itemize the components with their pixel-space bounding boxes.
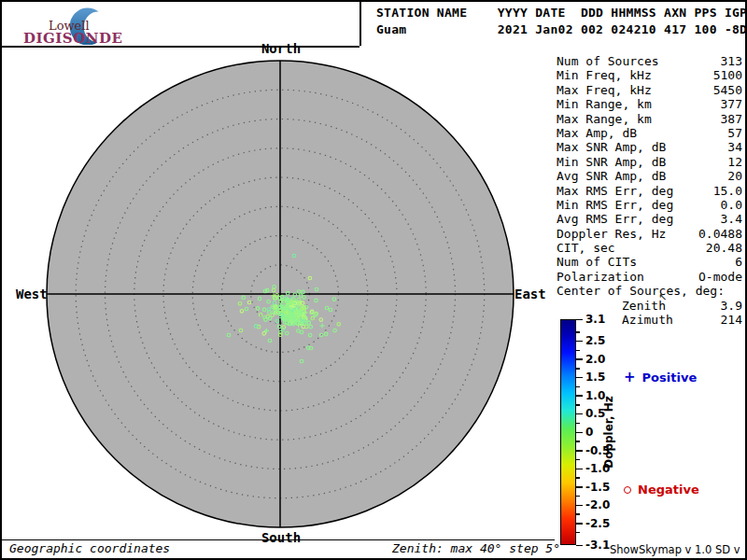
stat-label: Max RMS Err, deg xyxy=(557,184,673,198)
stat-row: Zenith3.9 xyxy=(557,299,742,313)
stat-value: 3.9 xyxy=(721,299,742,313)
legend-positive-label: Positive xyxy=(642,371,698,385)
stat-row: Max RMS Err, deg15.0 xyxy=(557,184,742,198)
stat-label: Center of Sources, deg: xyxy=(557,284,725,298)
stat-row: CIT, sec20.48 xyxy=(557,241,742,255)
showskymap-window: Lowell DIGISONDE STATION NAME YYYY DATE … xyxy=(0,0,747,560)
colorbar-minor-tick xyxy=(576,459,580,461)
measurement-stats-panel: Num of Sources313Min Freq, kHz5100Max Fr… xyxy=(557,54,742,327)
stat-value: 0.0488 xyxy=(698,227,742,241)
colorbar-minor-tick xyxy=(576,350,580,352)
mouse-cursor: ↖ xyxy=(658,291,667,303)
stat-row: Max SNR Amp, dB34 xyxy=(557,140,742,154)
colorbar-major-tick xyxy=(576,377,583,379)
stat-label: Min Range, km xyxy=(557,97,652,111)
stat-value: O-mode xyxy=(698,270,742,284)
stat-row: Num of Sources313 xyxy=(557,54,742,68)
stat-row: PolarizationO-mode xyxy=(557,270,742,284)
stat-row: Avg SNR Amp, dB20 xyxy=(557,169,742,183)
colorbar-major-tick xyxy=(576,432,583,434)
colorbar-tick-label: 1.5 xyxy=(585,371,605,383)
stat-value: 20.48 xyxy=(706,241,742,255)
colorbar-minor-tick xyxy=(576,386,580,388)
stat-label: Max Range, km xyxy=(557,112,652,126)
stat-label: Max Amp, dB xyxy=(557,126,637,140)
coordinates-caption: Geographic coordinates xyxy=(9,541,170,555)
colorbar-major-tick xyxy=(576,395,583,397)
stat-label: Max SNR Amp, dB xyxy=(557,140,666,154)
stat-label: Polarization xyxy=(557,270,644,284)
colorbar-major-tick xyxy=(576,450,583,452)
colorbar-minor-tick xyxy=(576,477,580,479)
stat-row: Num of CITs6 xyxy=(557,255,742,269)
colorbar-major-tick xyxy=(576,523,583,525)
legend-positive: + Positive xyxy=(624,371,697,385)
colorbar-major-tick xyxy=(576,545,583,547)
stat-label: Avg RMS Err, deg xyxy=(557,212,673,226)
colorbar-minor-tick xyxy=(576,532,580,534)
stat-row: Min Freq, kHz5100 xyxy=(557,68,742,82)
stat-row: Center of Sources, deg: xyxy=(557,284,742,298)
colorbar-tick-label: -1.5 xyxy=(585,482,610,493)
stat-label: CIT, sec xyxy=(557,241,615,255)
stat-value: 3.4 xyxy=(721,212,742,226)
stat-row: Doppler Res, Hz0.0488 xyxy=(557,227,742,241)
compass-label-south: South xyxy=(260,530,303,545)
colorbar-major-tick xyxy=(576,413,583,415)
stat-row: Max Range, km387 xyxy=(557,112,742,126)
colorbar-major-tick xyxy=(576,341,583,343)
colorbar-tick-label: -2.5 xyxy=(585,518,610,529)
colorbar-tick-label: -2.0 xyxy=(585,499,610,511)
legend-negative: Negative xyxy=(624,483,699,497)
station-header: STATION NAME YYYY DATE DDD HHMMSS AXN PP… xyxy=(376,5,747,38)
stat-label: Num of Sources xyxy=(557,54,659,68)
stat-value: 387 xyxy=(721,112,742,126)
colorbar-tick-label: 0 xyxy=(585,427,593,438)
stat-row: Max Amp, dB57 xyxy=(557,126,742,140)
stat-label: Min RMS Err, deg xyxy=(557,198,673,212)
stat-value: 313 xyxy=(721,54,742,68)
circle-marker-icon xyxy=(624,486,631,494)
stat-label: Max Freq, kHz xyxy=(557,83,652,97)
legend-negative-label: Negative xyxy=(638,483,699,497)
stat-value: 12 xyxy=(727,155,742,169)
colorbar-tick-label: -3.1 xyxy=(585,539,610,551)
colorbar-minor-tick xyxy=(576,441,580,442)
stat-value: 377 xyxy=(721,97,742,111)
stat-label: Doppler Res, Hz xyxy=(557,227,666,241)
colorbar-tick-label: 2.5 xyxy=(585,335,605,346)
colorbar-minor-tick xyxy=(576,331,580,333)
stat-value: 15.0 xyxy=(713,184,742,198)
stat-row: Min SNR Amp, dB12 xyxy=(557,155,742,169)
header-columns: STATION NAME YYYY DATE DDD HHMMSS AXN PP… xyxy=(376,6,747,20)
colorbar-major-tick xyxy=(576,486,583,488)
stat-row: Min Range, km377 xyxy=(557,97,742,111)
stat-row: Avg RMS Err, deg3.4 xyxy=(557,212,742,226)
stat-label: Zenith xyxy=(557,299,666,313)
compass-label-west: West xyxy=(16,287,48,301)
colorbar-minor-tick xyxy=(576,496,580,497)
stat-value: 20 xyxy=(727,169,742,183)
colorbar-major-tick xyxy=(576,358,583,360)
version-credit: ShowSkymap v 1.0 SD v 5.1 xyxy=(610,543,745,560)
colorbar-minor-tick xyxy=(576,423,580,425)
header-divider xyxy=(359,2,361,46)
stat-row: Azimuth214 xyxy=(557,313,742,327)
stat-row: Min RMS Err, deg0.0 xyxy=(557,198,742,212)
compass-label-north: North xyxy=(260,41,303,56)
map-panel-bottom-border xyxy=(2,539,555,540)
compass-label-east: East xyxy=(514,287,546,301)
stat-label: Min SNR Amp, dB xyxy=(557,155,666,169)
colorbar-minor-tick xyxy=(576,368,580,370)
zenith-scale-caption: Zenith: max 40° step 5° xyxy=(392,541,560,555)
stat-label: Avg SNR Amp, dB xyxy=(557,169,666,183)
stat-value: 5100 xyxy=(713,68,742,82)
header-values: Guam 2021 Jan02 002 024210 417 100 -8D xyxy=(376,22,747,36)
colorbar-major-tick xyxy=(576,469,583,470)
stat-row: Max Freq, kHz5450 xyxy=(557,83,742,97)
colorbar-axis-title: Doppler, Hz xyxy=(602,396,615,469)
colorbar-major-tick xyxy=(576,505,583,507)
colorbar-tick-label: 3.1 xyxy=(585,314,605,325)
plus-marker-icon: + xyxy=(624,371,636,384)
colorbar-minor-tick xyxy=(576,513,580,515)
